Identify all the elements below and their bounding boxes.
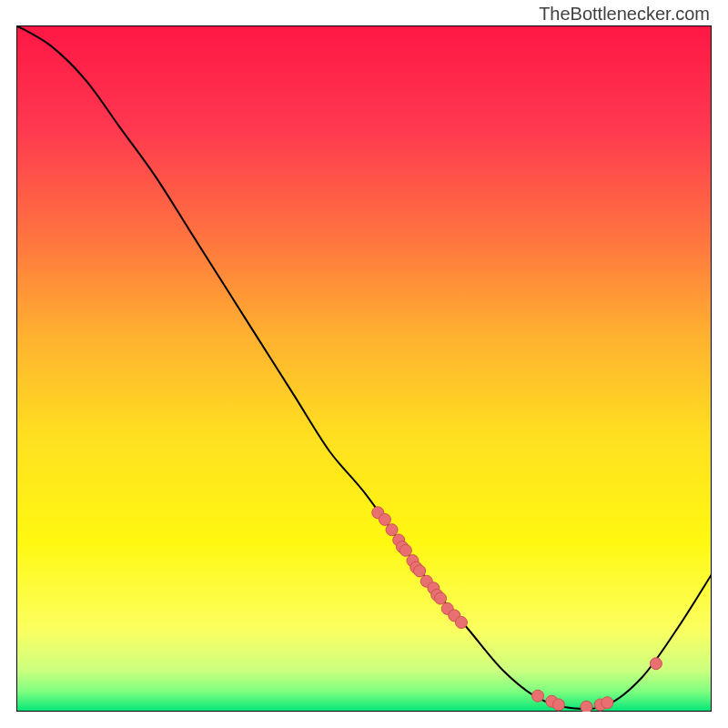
- data-point: [386, 524, 398, 536]
- data-point: [532, 690, 544, 702]
- data-point: [602, 697, 613, 709]
- data-point: [455, 616, 467, 628]
- data-point: [581, 701, 592, 712]
- data-point: [650, 658, 662, 670]
- data-point: [435, 592, 447, 604]
- data-point: [379, 513, 390, 525]
- chart-container: [16, 25, 712, 712]
- data-point: [552, 699, 564, 711]
- bottleneck-chart: [16, 25, 712, 712]
- watermark-text: TheBottlenecker.com: [539, 4, 710, 25]
- data-point: [399, 544, 411, 556]
- data-point: [414, 565, 426, 577]
